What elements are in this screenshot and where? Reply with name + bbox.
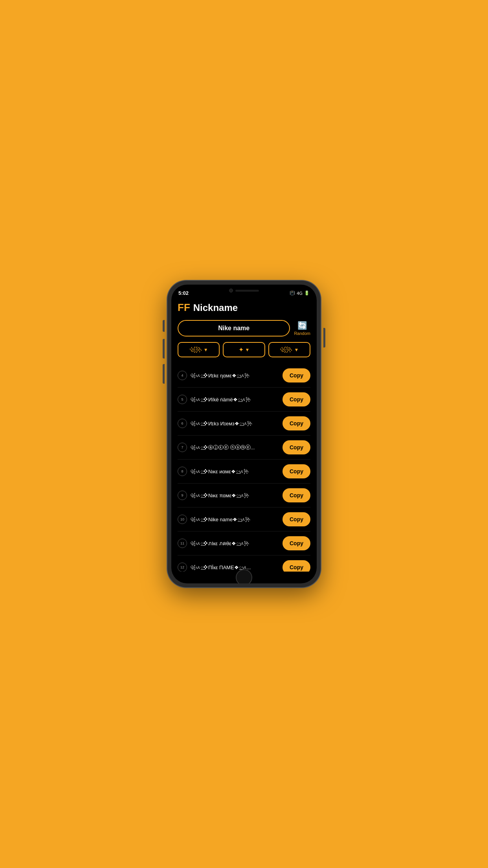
item-left: 6 ꧁ᝰ꯭❖Иɪkз Иɪемз❖꯭ᝰ꧂ xyxy=(178,419,279,428)
list-item: 5 ꧁ᝰ꯭❖Иïkë ńämë❖꯭ᝰ꧂ Copy xyxy=(178,388,310,412)
item-text: ꧁ᝰ꯭❖ภIкε ภคθε❖꯭ᝰ꧂ xyxy=(190,539,279,548)
copy-button-7[interactable]: Copy xyxy=(283,440,310,454)
item-number: 5 xyxy=(178,395,187,404)
filter-symbol-2: ✦ xyxy=(238,346,244,353)
item-number: 8 xyxy=(178,467,187,476)
phone-frame: 5:02 📳 4G 🔋 FF Nickname Nike name 🔄 Rand… xyxy=(167,281,321,587)
filter-button-1[interactable]: ꧁꧂ ▼ xyxy=(178,342,220,357)
copy-button-5[interactable]: Copy xyxy=(283,392,310,406)
copy-button-10[interactable]: Copy xyxy=(283,512,310,526)
item-number: 6 xyxy=(178,419,187,428)
copy-button-4[interactable]: Copy xyxy=(283,368,310,383)
item-left: 4 ꧁ᝰ꯭❖Иɪkε ηαмε❖꯭ᝰ꧂ xyxy=(178,371,279,380)
copy-button-8[interactable]: Copy xyxy=(283,464,310,478)
item-text: ꧁ᝰ꯭❖ПĪкε ΠΑΜΕ❖꯭ᝰ... xyxy=(190,565,279,570)
status-icons: 📳 4G 🔋 xyxy=(290,291,310,296)
item-number: 7 xyxy=(178,443,187,452)
list-item: 6 ꧁ᝰ꯭❖Иɪkз Иɪемз❖꯭ᝰ꧂ Copy xyxy=(178,412,310,436)
copy-button-6[interactable]: Copy xyxy=(283,416,310,430)
item-left: 9 ꧁ᝰ꯭❖Νικε παмε❖꯭ᝰ꧂ xyxy=(178,491,279,500)
list-item: 8 ꧁ᝰ꯭❖Νικε иαмε❖꯭ᝰ꧂ Copy xyxy=(178,460,310,484)
item-text: ꧁ᝰ꯭❖Иɪkз Иɪемз❖꯭ᝰ꧂ xyxy=(190,421,279,427)
copy-button-9[interactable]: Copy xyxy=(283,488,310,502)
phone-screen: 5:02 📳 4G 🔋 FF Nickname Nike name 🔄 Rand… xyxy=(171,285,317,583)
filter-symbol-1: ꧁꧂ xyxy=(189,346,202,353)
filter-symbol-3: ꧁꧂ xyxy=(280,346,292,353)
nickname-label: Nickname xyxy=(193,302,238,313)
status-time: 5:02 xyxy=(178,290,189,296)
item-number: 11 xyxy=(178,539,187,548)
item-number: 4 xyxy=(178,371,187,380)
ff-label: FF xyxy=(178,302,190,314)
random-button[interactable]: 🔄 Random xyxy=(294,321,310,336)
item-left: 11 ꧁ᝰ꯭❖ภIкε ภคθε❖꯭ᝰ꧂ xyxy=(178,539,279,548)
item-text: ꧁ᝰ꯭❖Ⓝⓘⓚⓔ ⓝⓐⓜⓔ... xyxy=(190,445,279,451)
list-item: 7 ꧁ᝰ꯭❖Ⓝⓘⓚⓔ ⓝⓐⓜⓔ... Copy xyxy=(178,436,310,460)
home-button[interactable] xyxy=(236,569,252,583)
speaker-icon xyxy=(235,290,259,292)
item-left: 5 ꧁ᝰ꯭❖Иïkë ńämë❖꯭ᝰ꧂ xyxy=(178,395,279,404)
item-left: 12 ꧁ᝰ꯭❖ПĪкε ΠΑΜΕ❖꯭ᝰ... xyxy=(178,563,279,572)
copy-button-11[interactable]: Copy xyxy=(283,536,310,550)
item-text: ꧁ᝰ꯭❖Nike name❖꯭ᝰ꧂ xyxy=(190,517,279,522)
item-number: 12 xyxy=(178,563,187,572)
chevron-down-icon-1: ▼ xyxy=(204,347,208,353)
filter-row: ꧁꧂ ▼ ✦ ▼ ꧁꧂ ▼ xyxy=(178,342,310,357)
random-label: Random xyxy=(294,331,310,336)
filter-button-2[interactable]: ✦ ▼ xyxy=(223,342,265,357)
list-item: 11 ꧁ᝰ꯭❖ภIкε ภคθε❖꯭ᝰ꧂ Copy xyxy=(178,531,310,555)
battery-icon: 🔋 xyxy=(304,291,310,296)
item-text: ꧁ᝰ꯭❖Νικε иαмε❖꯭ᝰ꧂ xyxy=(190,469,279,474)
search-row: Nike name 🔄 Random xyxy=(178,320,310,337)
chevron-down-icon-3: ▼ xyxy=(294,347,299,353)
app-title: FF Nickname xyxy=(178,302,310,314)
copy-button-12[interactable]: Copy xyxy=(283,560,310,572)
item-left: 7 ꧁ᝰ꯭❖Ⓝⓘⓚⓔ ⓝⓐⓜⓔ... xyxy=(178,443,279,452)
list-item: 10 ꧁ᝰ꯭❖Nike name❖꯭ᝰ꧂ Copy xyxy=(178,508,310,531)
item-number: 9 xyxy=(178,491,187,500)
app-content: FF Nickname Nike name 🔄 Random ꧁꧂ ▼ ✦ xyxy=(171,298,317,572)
filter-button-3[interactable]: ꧁꧂ ▼ xyxy=(268,342,310,357)
item-left: 10 ꧁ᝰ꯭❖Nike name❖꯭ᝰ꧂ xyxy=(178,515,279,524)
item-text: ꧁ᝰ꯭❖Иɪkε ηαмε❖꯭ᝰ꧂ xyxy=(190,373,279,379)
vibrate-icon: 📳 xyxy=(290,291,295,296)
search-input[interactable]: Nike name xyxy=(178,320,290,337)
home-indicator[interactable] xyxy=(171,572,317,583)
camera-icon xyxy=(229,289,233,292)
item-text: ꧁ᝰ꯭❖Νικε παмε❖꯭ᝰ꧂ xyxy=(190,493,279,498)
list-item: 4 ꧁ᝰ꯭❖Иɪkε ηαмε❖꯭ᝰ꧂ Copy xyxy=(178,364,310,388)
item-text: ꧁ᝰ꯭❖Иïkë ńämë❖꯭ᝰ꧂ xyxy=(190,397,279,403)
random-icon: 🔄 xyxy=(297,321,307,330)
item-left: 8 ꧁ᝰ꯭❖Νικε иαмε❖꯭ᝰ꧂ xyxy=(178,467,279,476)
nickname-list: 4 ꧁ᝰ꯭❖Иɪkε ηαмε❖꯭ᝰ꧂ Copy 5 ꧁ᝰ꯭❖Иïkë ńämë… xyxy=(178,364,310,572)
signal-icon: 4G xyxy=(297,291,303,296)
list-item: 9 ꧁ᝰ꯭❖Νικε παмε❖꯭ᝰ꧂ Copy xyxy=(178,484,310,508)
phone-notch xyxy=(229,289,259,292)
item-number: 10 xyxy=(178,515,187,524)
chevron-down-icon-2: ▼ xyxy=(245,347,250,353)
